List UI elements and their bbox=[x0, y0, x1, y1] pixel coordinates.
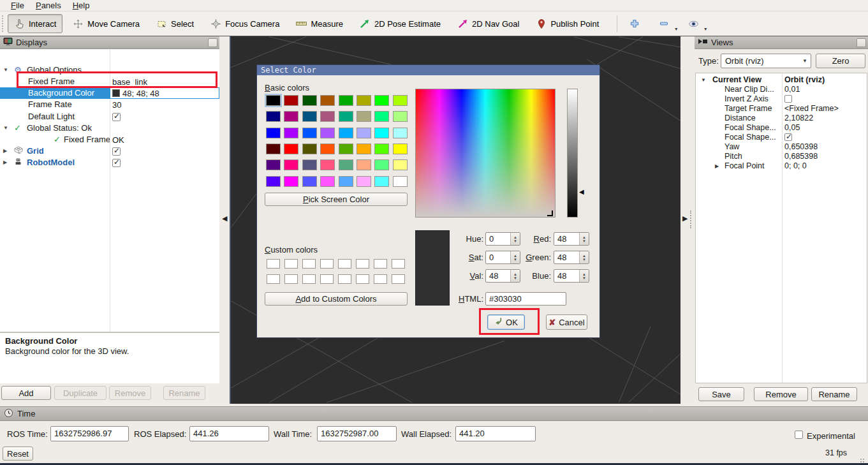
custom-color-swatch[interactable] bbox=[338, 274, 351, 284]
tree-row-grid[interactable]: ▶Grid bbox=[0, 145, 219, 157]
tool-add-tool[interactable] bbox=[625, 14, 644, 33]
menu-help[interactable]: Help bbox=[67, 0, 96, 11]
time-panel-header[interactable]: Time bbox=[0, 406, 868, 421]
expander-closed-icon[interactable]: ▶ bbox=[715, 163, 719, 169]
basic-color-swatch[interactable] bbox=[302, 144, 317, 154]
basic-color-swatch[interactable] bbox=[266, 159, 281, 170]
row-checkbox[interactable] bbox=[784, 95, 792, 103]
basic-color-swatch[interactable] bbox=[374, 128, 389, 138]
wall-time-input[interactable]: 1632752987.00 bbox=[317, 426, 397, 441]
add-to-custom-colors-button[interactable]: Add to Custom Colors bbox=[265, 292, 408, 306]
tool-focus-camera[interactable]: Focus Camera bbox=[204, 14, 286, 33]
basic-color-swatch[interactable] bbox=[266, 176, 281, 187]
displays-float-button[interactable] bbox=[208, 38, 217, 47]
basic-color-swatch[interactable] bbox=[339, 111, 353, 122]
splitter-grip[interactable] bbox=[690, 210, 691, 228]
collapse-left-panel-arrow[interactable]: ◀ bbox=[222, 214, 227, 223]
basic-color-swatch[interactable] bbox=[302, 95, 317, 106]
basic-color-swatch[interactable] bbox=[266, 111, 281, 122]
basic-color-swatch[interactable] bbox=[374, 176, 389, 187]
basic-color-swatch[interactable] bbox=[320, 111, 335, 122]
tool-publish-point[interactable]: Publish Point bbox=[529, 14, 605, 33]
basic-color-swatch[interactable] bbox=[320, 95, 335, 106]
dialog-title-bar[interactable]: Select Color bbox=[257, 65, 600, 75]
basic-color-swatch[interactable] bbox=[302, 128, 317, 138]
basic-color-swatch[interactable] bbox=[266, 144, 281, 154]
remove-view-button[interactable]: Remove bbox=[754, 387, 808, 401]
basic-color-swatch[interactable] bbox=[357, 144, 371, 154]
expander-open-icon[interactable]: ▼ bbox=[3, 67, 8, 73]
basic-color-swatch[interactable] bbox=[284, 159, 298, 170]
toolbar-grip[interactable] bbox=[2, 15, 4, 32]
custom-color-swatch[interactable] bbox=[356, 274, 369, 284]
custom-color-swatch[interactable] bbox=[320, 259, 334, 269]
save-view-button[interactable]: Save bbox=[698, 387, 744, 401]
basic-color-swatch[interactable] bbox=[374, 159, 389, 170]
wall-elapsed-input[interactable]: 441.20 bbox=[455, 426, 536, 441]
basic-color-swatch[interactable] bbox=[357, 111, 371, 122]
basic-color-swatch[interactable] bbox=[357, 95, 371, 106]
basic-color-swatch[interactable] bbox=[284, 128, 298, 138]
red-spinbox[interactable]: 48▲▼ bbox=[554, 232, 589, 246]
view-type-combo[interactable]: Orbit (rviz) ▼ bbox=[721, 54, 811, 68]
tree-row-fixed-frame[interactable]: ✓Fixed FrameOK bbox=[0, 134, 219, 145]
custom-color-swatch[interactable] bbox=[338, 259, 351, 269]
rename-view-button[interactable]: Rename bbox=[811, 387, 857, 401]
custom-color-swatch[interactable] bbox=[392, 259, 405, 269]
basic-color-swatch[interactable] bbox=[339, 144, 353, 154]
row-value-cell[interactable]: base_link bbox=[110, 76, 219, 87]
view-row-focal-shape[interactable]: Focal Shape... bbox=[696, 133, 868, 142]
spin-down-icon[interactable]: ▼ bbox=[582, 258, 586, 262]
spin-down-icon[interactable]: ▼ bbox=[582, 239, 586, 243]
basic-color-swatch[interactable] bbox=[266, 95, 281, 106]
tool-measure[interactable]: Measure bbox=[290, 14, 349, 33]
view-row-target-frame[interactable]: Target Frame<Fixed Frame> bbox=[696, 104, 868, 114]
tree-row-fixed-frame[interactable]: Fixed Framebase_link bbox=[0, 76, 219, 87]
custom-color-swatch[interactable] bbox=[284, 274, 298, 284]
reset-button[interactable]: Reset bbox=[3, 447, 33, 461]
spin-arrows[interactable]: ▲▼ bbox=[579, 233, 589, 245]
basic-color-swatch[interactable] bbox=[320, 159, 335, 170]
tool-tool-visibility[interactable]: ▾ bbox=[684, 14, 703, 33]
tree-row-global-options[interactable]: ▼⚙Global Options bbox=[0, 64, 219, 76]
expander-open-icon[interactable]: ▼ bbox=[701, 77, 706, 83]
hue-saturation-picker[interactable] bbox=[415, 89, 555, 218]
tool-move-camera[interactable]: Move Camera bbox=[66, 14, 146, 33]
row-checkbox[interactable] bbox=[112, 147, 121, 156]
row-value-cell[interactable]: 48; 48; 48 bbox=[110, 87, 219, 99]
view-row-yaw[interactable]: Yaw0,650398 bbox=[696, 142, 868, 152]
row-checkbox[interactable] bbox=[112, 159, 121, 167]
basic-color-swatch[interactable] bbox=[339, 128, 353, 138]
rename-display-button[interactable]: Rename bbox=[163, 386, 205, 400]
basic-color-swatch[interactable] bbox=[374, 144, 389, 154]
spin-down-icon[interactable]: ▼ bbox=[582, 276, 586, 280]
row-value-cell[interactable] bbox=[110, 145, 219, 157]
view-row-invert-z-axis[interactable]: Invert Z Axis bbox=[696, 94, 868, 104]
custom-color-swatch[interactable] bbox=[356, 259, 369, 269]
custom-color-swatch[interactable] bbox=[374, 259, 387, 269]
zero-button[interactable]: Zero bbox=[816, 54, 865, 68]
tool-2d-nav-goal[interactable]: 2D Nav Goal bbox=[451, 14, 526, 33]
tool-interact[interactable]: Interact bbox=[8, 14, 63, 33]
basic-color-swatch[interactable] bbox=[357, 176, 371, 187]
basic-color-swatch[interactable] bbox=[393, 144, 408, 154]
tree-row-global-status-ok[interactable]: ▼✓Global Status: Ok bbox=[0, 122, 219, 134]
views-float-button[interactable] bbox=[857, 38, 866, 47]
value-slider[interactable] bbox=[567, 89, 578, 218]
duplicate-display-button[interactable]: Duplicate bbox=[54, 386, 107, 400]
basic-color-swatch[interactable] bbox=[320, 144, 335, 154]
expander-closed-icon[interactable]: ▶ bbox=[3, 159, 7, 165]
basic-color-swatch[interactable] bbox=[374, 95, 389, 106]
displays-panel-header[interactable]: Displays bbox=[0, 36, 219, 49]
basic-color-swatch[interactable] bbox=[357, 159, 371, 170]
experimental-checkbox[interactable] bbox=[795, 431, 803, 439]
tree-row-default-light[interactable]: Default Light bbox=[0, 111, 219, 122]
row-checkbox[interactable] bbox=[112, 113, 121, 121]
spin-arrows[interactable]: ▲▼ bbox=[579, 251, 589, 263]
custom-color-swatch[interactable] bbox=[267, 274, 280, 284]
remove-display-button[interactable]: Remove bbox=[109, 386, 151, 400]
pick-screen-color-button[interactable]: Pick Screen Color bbox=[265, 193, 408, 206]
view-row-near-clip-di[interactable]: Near Clip Di...0,01 bbox=[696, 85, 868, 94]
basic-color-swatch[interactable] bbox=[393, 176, 408, 187]
tool-select[interactable]: Select bbox=[150, 14, 200, 33]
